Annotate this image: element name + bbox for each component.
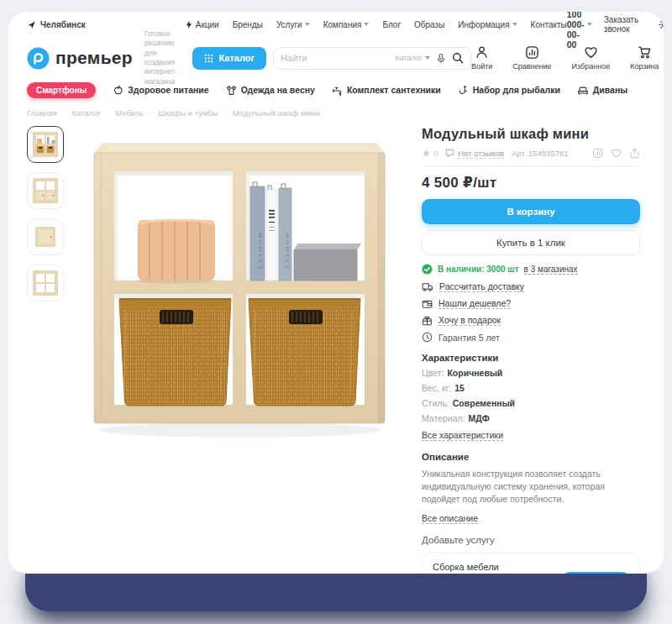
service-heading: Добавьте услугу (422, 535, 640, 545)
topbar-right: +7 100 000-00-00 Заказать звонок (567, 12, 664, 50)
reviews-link[interactable]: Нет отзывов (445, 149, 504, 159)
top-nav-brands[interactable]: Бренды (233, 20, 263, 29)
spec-row-material: Материал: МДФ (422, 413, 640, 423)
spec-row-color: Цвет: Коричневый (422, 368, 640, 378)
stock-stores-link[interactable]: в 3 магазинах (524, 265, 578, 275)
category-fishing-set[interactable]: Набор для рыбалки (458, 85, 560, 96)
chevron-down-icon (425, 56, 430, 60)
theme-toggle-icon[interactable] (659, 19, 664, 30)
divider (422, 165, 640, 166)
specs-heading: Характеристики (422, 353, 640, 363)
header: премьер Готовое решение для создания инт… (27, 39, 645, 77)
product-info: Модульный шкаф мини 0 Нет отзывов Арт. 1… (422, 126, 640, 574)
top-nav-looks[interactable]: Образы (414, 20, 444, 29)
buy-one-click-button[interactable]: Купить в 1 клик (422, 230, 640, 255)
catalog-button[interactable]: Каталог (192, 47, 267, 70)
login-button[interactable]: Войти (471, 45, 492, 71)
search-input[interactable] (281, 53, 389, 63)
sofa-icon (577, 85, 589, 96)
top-nav: Акции Бренды Услуги Компания Блог Образы… (185, 20, 567, 29)
basket-left (119, 299, 231, 406)
star-icon (422, 149, 431, 158)
phone-number[interactable]: +7 100 000-00-00 (567, 12, 592, 50)
comment-icon (445, 149, 454, 158)
share-icon[interactable] (629, 148, 640, 159)
breadcrumb-cabinets[interactable]: Шкафы и тумбы (158, 108, 218, 118)
heart-icon (584, 45, 598, 60)
product-title: Модульный шкаф мини (422, 126, 640, 142)
category-nav: Смартфоны Здоровое питание Одежда на вес… (27, 77, 645, 102)
compare-button[interactable]: Сравнение (512, 45, 551, 71)
service-name: Сборка мебели (433, 562, 499, 572)
top-bar: Челябинск Акции Бренды Услуги Компания Б… (27, 12, 645, 37)
all-description-link[interactable]: Все описание (422, 513, 478, 524)
tshirt-icon (226, 85, 237, 96)
cart-button[interactable]: Корзина (630, 45, 659, 71)
search-icon[interactable] (452, 52, 464, 64)
thumbnail-4[interactable] (27, 265, 64, 302)
books: MOMENT MOMENT (250, 182, 291, 281)
lightning-icon (185, 20, 193, 29)
compare-icon (525, 45, 539, 60)
top-nav-contacts[interactable]: Контакты (531, 20, 567, 29)
category-sofas[interactable]: Диваны (577, 85, 627, 96)
meta-icons (592, 148, 640, 159)
city-selector[interactable]: Челябинск (27, 20, 86, 29)
quick-links: Рассчитать доставку Нашли дешевле? Хочу … (422, 281, 640, 343)
category-healthy-food[interactable]: Здоровое питание (113, 85, 208, 96)
stock-available: В наличии: 3000 шт (438, 265, 519, 274)
top-nav-info[interactable]: Информация (458, 20, 517, 29)
search-category-dropdown[interactable]: Каталог (395, 54, 430, 62)
microphone-icon[interactable] (436, 53, 446, 64)
breadcrumb-furniture[interactable]: Мебель (115, 108, 144, 118)
logo[interactable]: премьер (27, 47, 133, 70)
warranty-label: Гарантия 5 лет (422, 332, 640, 343)
add-service-button[interactable]: Добавить (563, 572, 629, 574)
clock-icon (422, 332, 433, 343)
thumbnail-2[interactable] (27, 172, 64, 209)
add-to-cart-button[interactable]: В корзину (422, 199, 640, 224)
rating: 0 (422, 149, 438, 158)
breadcrumb-home[interactable]: Главная (27, 108, 57, 118)
heart-icon[interactable] (611, 148, 622, 159)
compare-icon[interactable] (592, 148, 603, 159)
category-plumbing-kit[interactable]: Комплект сантехники (332, 85, 441, 96)
top-nav-promos[interactable]: Акции (185, 20, 219, 29)
user-icon (475, 45, 489, 60)
grey-box (294, 244, 361, 281)
thumbnail-gallery (27, 126, 66, 574)
thumbnail-1-selected[interactable] (27, 126, 64, 163)
faucet-icon (332, 85, 343, 96)
svg-text:MOMENT: MOMENT (257, 233, 264, 271)
gift-icon (422, 315, 433, 326)
grid-icon (204, 54, 213, 63)
top-nav-services[interactable]: Услуги (276, 20, 310, 29)
product-price: 4 500 ₽/шт (422, 174, 640, 191)
cart-icon (638, 45, 652, 60)
fishing-hook-icon (458, 85, 469, 96)
product-meta: 0 Нет отзывов Арт. 154935781 (422, 148, 640, 159)
breadcrumb-catalog[interactable]: Каталог (71, 108, 101, 118)
check-circle-icon (422, 264, 433, 275)
category-spring-clothes[interactable]: Одежда на весну (226, 85, 315, 96)
basket-right (249, 299, 360, 406)
found-cheaper-link[interactable]: Нашли дешевле? (422, 298, 640, 309)
truck-icon (422, 281, 433, 292)
thumbnail-3[interactable] (27, 218, 64, 255)
top-nav-company[interactable]: Компания (323, 20, 370, 29)
category-badge-smartphones[interactable]: Смартфоны (27, 82, 96, 98)
spec-row-weight: Вес, кг: 15 (422, 383, 640, 393)
logo-icon (27, 47, 50, 70)
all-specs-link[interactable]: Все характеристики (422, 430, 503, 441)
chevron-down-icon (305, 23, 310, 26)
top-nav-blog[interactable]: Блог (382, 20, 401, 29)
delivery-link[interactable]: Рассчитать доставку (422, 281, 640, 292)
description-text: Уникальная конструкция позволяет создать… (422, 468, 640, 506)
favorites-button[interactable]: Избранное (572, 45, 611, 71)
product-image[interactable]: MOMENT MOMENT (76, 126, 405, 464)
callback-link[interactable]: Заказать звонок (604, 15, 638, 34)
gift-link[interactable]: Хочу в подарок (422, 315, 640, 326)
chevron-down-icon (364, 23, 369, 26)
peach-box (136, 220, 217, 284)
product-page-main: MOMENT MOMENT (27, 126, 645, 574)
